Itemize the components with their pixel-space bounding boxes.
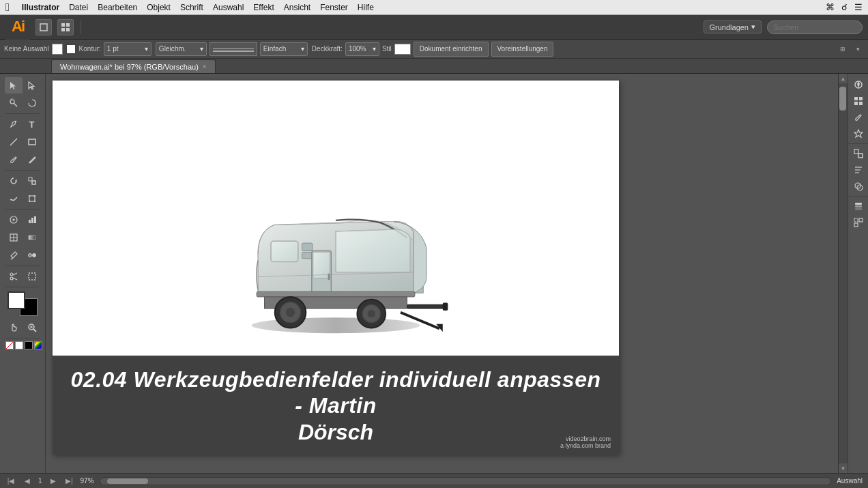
scroll-track-v[interactable]: [839, 83, 848, 463]
menu-hilfe[interactable]: Hilfe: [358, 3, 374, 12]
gradient-tool[interactable]: [23, 229, 41, 246]
watermark: video2brain.com a lynda.com brand: [560, 435, 611, 449]
menu-icon[interactable]: ☰: [854, 2, 863, 12]
mesh-tool[interactable]: [5, 229, 23, 246]
fill-color-swatch[interactable]: [8, 291, 25, 309]
symbol-tool[interactable]: [5, 212, 23, 228]
dokument-einrichten-btn[interactable]: Dokument einrichten: [414, 42, 489, 57]
lasso-tool[interactable]: [23, 95, 41, 111]
voreinstellungen-btn[interactable]: Voreinstellungen: [491, 42, 554, 57]
tool-sep-5: [5, 287, 40, 287]
toolbar-search-input[interactable]: [767, 20, 863, 34]
eyedropper-tool[interactable]: [5, 247, 23, 263]
transform-panel-btn[interactable]: [851, 146, 866, 161]
ctrl-menu-icon[interactable]: ▾: [852, 43, 864, 55]
menu-illustrator[interactable]: Illustrator: [22, 3, 59, 12]
artboard-tool[interactable]: [23, 268, 41, 285]
stroke-swatch[interactable]: [66, 44, 76, 55]
view-toggle-btn[interactable]: [57, 19, 74, 35]
stil-swatch[interactable]: [394, 44, 411, 55]
ctrl-extra-icon[interactable]: ⊞: [837, 43, 849, 55]
document-tab[interactable]: Wohnwagen.ai* bei 97% (RGB/Vorschau) ×: [51, 59, 216, 73]
vertical-scrollbar[interactable]: ▲ ▼: [838, 74, 848, 473]
svg-rect-18: [29, 220, 31, 223]
svg-rect-40: [271, 241, 298, 261]
black-swatch[interactable]: [25, 341, 33, 349]
text-tool[interactable]: T: [23, 116, 41, 132]
svg-rect-15: [29, 201, 30, 202]
menu-schrift[interactable]: Schrift: [180, 3, 203, 12]
pathfinder-panel-btn[interactable]: [851, 179, 866, 194]
svg-rect-3: [61, 28, 65, 31]
align-panel-btn[interactable]: [851, 162, 866, 177]
direct-selection-tool[interactable]: [23, 77, 41, 94]
grundlagen-btn[interactable]: Grundlagen ▾: [704, 20, 762, 33]
artboards-panel-btn[interactable]: [851, 215, 866, 230]
menu-datei[interactable]: Datei: [69, 3, 88, 12]
horizontal-scroll-thumb[interactable]: [107, 478, 148, 484]
next-page-btn[interactable]: ▶: [48, 476, 59, 487]
menu-bearbeiten[interactable]: Bearbeiten: [98, 3, 137, 12]
scroll-thumb-v[interactable]: [839, 87, 846, 111]
free-transform-tool[interactable]: [23, 190, 41, 207]
svg-point-51: [286, 308, 295, 317]
paintbrush-tool[interactable]: [5, 152, 23, 168]
prev-page-btn[interactable]: ◀: [22, 476, 33, 487]
horizontal-scroll-track[interactable]: [100, 477, 832, 485]
fill-swatch[interactable]: [52, 44, 63, 55]
zoom-tool[interactable]: [23, 319, 41, 336]
svg-rect-69: [855, 203, 862, 205]
line-tool[interactable]: [5, 134, 23, 150]
svg-rect-0: [40, 24, 47, 31]
menu-objekt[interactable]: Objekt: [147, 3, 171, 12]
pencil-tool[interactable]: [23, 152, 41, 168]
brush-panel-btn[interactable]: [851, 110, 866, 125]
svg-rect-72: [854, 218, 858, 222]
first-page-btn[interactable]: |◀: [5, 476, 16, 487]
scale-tool[interactable]: [23, 173, 41, 189]
page-indicator: 1: [38, 477, 42, 485]
scroll-up-btn[interactable]: ▲: [839, 74, 848, 83]
layers-panel-btn[interactable]: [851, 199, 866, 214]
apple-menu[interactable]: : [5, 1, 10, 14]
deckkraft-value[interactable]: 100%▾: [345, 42, 379, 56]
app-toolbar: Ai Grundlagen ▾: [0, 15, 868, 40]
color-swatches: [8, 291, 38, 316]
blend-tool[interactable]: [23, 247, 41, 263]
menu-effekt[interactable]: Effekt: [253, 3, 274, 12]
last-page-btn[interactable]: ▶|: [64, 476, 75, 487]
swatches-panel-btn[interactable]: [851, 94, 866, 109]
selection-tool[interactable]: [5, 77, 23, 94]
menu-ansicht[interactable]: Ansicht: [284, 3, 310, 12]
line-pattern[interactable]: [209, 42, 257, 56]
warp-tool[interactable]: [5, 190, 23, 207]
none-swatch[interactable]: [5, 341, 14, 349]
menu-fenster[interactable]: Fenster: [320, 3, 348, 12]
pen-tool[interactable]: [5, 116, 23, 132]
tool-row-4: [0, 133, 45, 151]
rotate-tool[interactable]: [5, 173, 23, 189]
kontur-dropdown[interactable]: 1 pt▾: [104, 42, 151, 56]
small-swatches: [0, 341, 46, 349]
scissors-tool[interactable]: [5, 268, 23, 285]
white-swatch[interactable]: [15, 341, 23, 349]
canvas-container: 02.04 Werkzeugbedienfelder individuell a…: [46, 74, 848, 473]
gleichm-dropdown[interactable]: Gleichm.▾: [156, 42, 207, 56]
symbol-panel-btn[interactable]: [851, 126, 866, 141]
scroll-down-btn[interactable]: ▼: [839, 463, 848, 473]
tab-close-btn[interactable]: ×: [203, 63, 207, 70]
column-graph-tool[interactable]: [23, 212, 41, 228]
color-panel-btn[interactable]: [851, 77, 866, 92]
svg-rect-56: [443, 303, 448, 311]
einfach-dropdown[interactable]: Einfach▾: [260, 42, 308, 56]
rect-tool[interactable]: [23, 134, 41, 150]
svg-rect-12: [29, 196, 35, 201]
hand-tool[interactable]: [5, 319, 23, 336]
left-toolbar: T: [0, 74, 46, 473]
stil-label: Stil: [382, 45, 392, 53]
magic-wand-tool[interactable]: [5, 95, 23, 111]
search-icon[interactable]: ☌: [841, 2, 848, 12]
color-swatch[interactable]: [34, 341, 42, 349]
menu-auswahl[interactable]: Auswahl: [213, 3, 244, 12]
artboard-icon-btn[interactable]: [35, 19, 52, 35]
